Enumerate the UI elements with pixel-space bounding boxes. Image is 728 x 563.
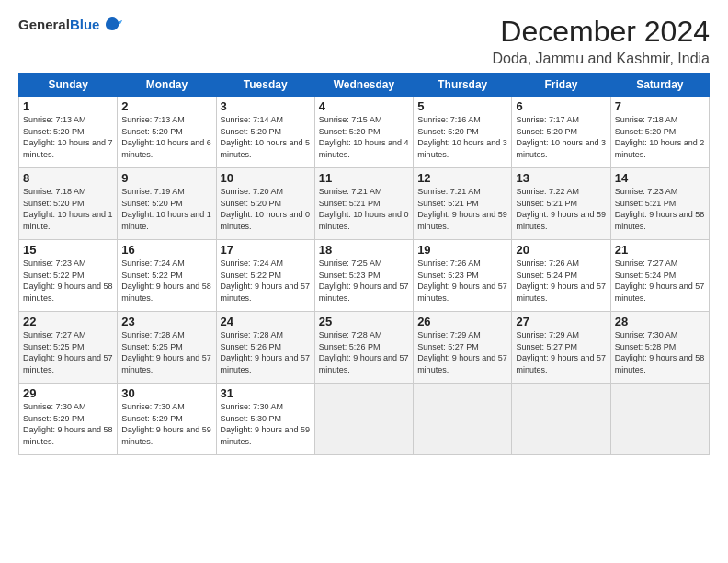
header: GeneralBlue December 2024 Doda, Jammu an…	[18, 15, 710, 67]
calendar-cell: 4 Sunrise: 7:15 AMSunset: 5:20 PMDayligh…	[314, 97, 413, 168]
calendar-header-row: Sunday Monday Tuesday Wednesday Thursday…	[19, 74, 710, 97]
day-number: 31	[221, 386, 311, 400]
col-saturday: Saturday	[610, 74, 709, 97]
title-block: December 2024 Doda, Jammu and Kashmir, I…	[492, 15, 710, 67]
cell-info: Sunrise: 7:25 AMSunset: 5:23 PMDaylight:…	[319, 259, 409, 303]
cell-info: Sunrise: 7:15 AMSunset: 5:20 PMDaylight:…	[319, 115, 409, 159]
day-number: 29	[23, 386, 113, 400]
calendar-cell: 29 Sunrise: 7:30 AMSunset: 5:29 PMDaylig…	[19, 384, 118, 455]
calendar-week-5: 29 Sunrise: 7:30 AMSunset: 5:29 PMDaylig…	[19, 384, 710, 455]
day-number: 23	[121, 315, 211, 328]
calendar-week-3: 15 Sunrise: 7:23 AMSunset: 5:22 PMDaylig…	[19, 240, 710, 312]
day-number: 4	[319, 99, 409, 113]
calendar-cell: 14 Sunrise: 7:23 AMSunset: 5:21 PMDaylig…	[610, 168, 709, 240]
cell-info: Sunrise: 7:28 AMSunset: 5:25 PMDaylight:…	[121, 330, 211, 374]
day-number: 27	[516, 315, 606, 328]
calendar-cell: 7 Sunrise: 7:18 AMSunset: 5:20 PMDayligh…	[610, 97, 709, 168]
cell-info: Sunrise: 7:28 AMSunset: 5:26 PMDaylight:…	[319, 330, 409, 374]
calendar-table: Sunday Monday Tuesday Wednesday Thursday…	[18, 73, 710, 455]
calendar-cell: 19 Sunrise: 7:26 AMSunset: 5:23 PMDaylig…	[414, 240, 512, 312]
calendar-cell: 15 Sunrise: 7:23 AMSunset: 5:22 PMDaylig…	[19, 240, 118, 312]
day-number: 1	[23, 99, 113, 113]
day-number: 26	[417, 315, 507, 328]
calendar-week-4: 22 Sunrise: 7:27 AMSunset: 5:25 PMDaylig…	[19, 312, 710, 384]
day-number: 12	[417, 171, 507, 185]
calendar-cell: 13 Sunrise: 7:22 AMSunset: 5:21 PMDaylig…	[512, 168, 610, 240]
calendar-cell: 27 Sunrise: 7:29 AMSunset: 5:27 PMDaylig…	[512, 312, 610, 384]
day-number: 21	[615, 243, 705, 257]
cell-info: Sunrise: 7:30 AMSunset: 5:29 PMDaylight:…	[23, 402, 113, 446]
col-thursday: Thursday	[414, 74, 512, 97]
calendar-cell: 8 Sunrise: 7:18 AMSunset: 5:20 PMDayligh…	[19, 168, 118, 240]
calendar-cell: 3 Sunrise: 7:14 AMSunset: 5:20 PMDayligh…	[216, 97, 314, 168]
calendar-week-2: 8 Sunrise: 7:18 AMSunset: 5:20 PMDayligh…	[19, 168, 710, 240]
calendar-cell: 18 Sunrise: 7:25 AMSunset: 5:23 PMDaylig…	[314, 240, 413, 312]
calendar-cell: 6 Sunrise: 7:17 AMSunset: 5:20 PMDayligh…	[512, 97, 610, 168]
calendar-cell: 2 Sunrise: 7:13 AMSunset: 5:20 PMDayligh…	[118, 97, 216, 168]
calendar-cell: 23 Sunrise: 7:28 AMSunset: 5:25 PMDaylig…	[118, 312, 216, 384]
day-number: 22	[23, 315, 113, 328]
cell-info: Sunrise: 7:26 AMSunset: 5:23 PMDaylight:…	[417, 259, 507, 303]
cell-info: Sunrise: 7:17 AMSunset: 5:20 PMDaylight:…	[516, 115, 606, 159]
cell-info: Sunrise: 7:30 AMSunset: 5:28 PMDaylight:…	[615, 330, 705, 374]
day-number: 5	[417, 99, 507, 113]
calendar-week-1: 1 Sunrise: 7:13 AMSunset: 5:20 PMDayligh…	[19, 97, 710, 168]
day-number: 25	[319, 315, 409, 328]
cell-info: Sunrise: 7:26 AMSunset: 5:24 PMDaylight:…	[516, 259, 606, 303]
cell-info: Sunrise: 7:23 AMSunset: 5:21 PMDaylight:…	[615, 187, 705, 231]
cell-info: Sunrise: 7:19 AMSunset: 5:20 PMDaylight:…	[121, 187, 211, 231]
cell-info: Sunrise: 7:27 AMSunset: 5:25 PMDaylight:…	[23, 330, 113, 374]
cell-info: Sunrise: 7:24 AMSunset: 5:22 PMDaylight:…	[221, 259, 311, 303]
day-number: 11	[319, 171, 409, 185]
logo: GeneralBlue	[18, 15, 122, 35]
cell-info: Sunrise: 7:21 AMSunset: 5:21 PMDaylight:…	[417, 187, 507, 231]
day-number: 15	[23, 243, 113, 257]
cell-info: Sunrise: 7:18 AMSunset: 5:20 PMDaylight:…	[23, 187, 113, 231]
calendar-cell: 28 Sunrise: 7:30 AMSunset: 5:28 PMDaylig…	[610, 312, 709, 384]
calendar-cell: 24 Sunrise: 7:28 AMSunset: 5:26 PMDaylig…	[216, 312, 314, 384]
logo-icon	[102, 15, 122, 35]
day-number: 10	[221, 171, 311, 185]
day-number: 18	[319, 243, 409, 257]
calendar-cell	[414, 384, 512, 455]
day-number: 24	[221, 315, 311, 328]
calendar-cell: 22 Sunrise: 7:27 AMSunset: 5:25 PMDaylig…	[19, 312, 118, 384]
day-number: 9	[121, 171, 211, 185]
logo-text: GeneralBlue	[18, 17, 99, 33]
day-number: 13	[516, 171, 606, 185]
cell-info: Sunrise: 7:14 AMSunset: 5:20 PMDaylight:…	[221, 115, 311, 159]
cell-info: Sunrise: 7:16 AMSunset: 5:20 PMDaylight:…	[417, 115, 507, 159]
cell-info: Sunrise: 7:29 AMSunset: 5:27 PMDaylight:…	[417, 330, 507, 374]
cell-info: Sunrise: 7:13 AMSunset: 5:20 PMDaylight:…	[121, 115, 211, 159]
day-number: 8	[23, 171, 113, 185]
calendar-cell	[512, 384, 610, 455]
cell-info: Sunrise: 7:13 AMSunset: 5:20 PMDaylight:…	[23, 115, 113, 159]
day-number: 16	[121, 243, 211, 257]
cell-info: Sunrise: 7:29 AMSunset: 5:27 PMDaylight:…	[516, 330, 606, 374]
col-wednesday: Wednesday	[314, 74, 413, 97]
calendar-cell: 21 Sunrise: 7:27 AMSunset: 5:24 PMDaylig…	[610, 240, 709, 312]
day-number: 20	[516, 243, 606, 257]
cell-info: Sunrise: 7:21 AMSunset: 5:21 PMDaylight:…	[319, 187, 409, 231]
cell-info: Sunrise: 7:28 AMSunset: 5:26 PMDaylight:…	[221, 330, 311, 374]
calendar-cell: 30 Sunrise: 7:30 AMSunset: 5:29 PMDaylig…	[118, 384, 216, 455]
day-number: 14	[615, 171, 705, 185]
calendar-cell: 1 Sunrise: 7:13 AMSunset: 5:20 PMDayligh…	[19, 97, 118, 168]
cell-info: Sunrise: 7:24 AMSunset: 5:22 PMDaylight:…	[121, 259, 211, 303]
calendar-cell: 31 Sunrise: 7:30 AMSunset: 5:30 PMDaylig…	[216, 384, 314, 455]
col-monday: Monday	[118, 74, 216, 97]
cell-info: Sunrise: 7:22 AMSunset: 5:21 PMDaylight:…	[516, 187, 606, 231]
calendar-cell	[314, 384, 413, 455]
main-title: December 2024	[492, 15, 710, 49]
cell-info: Sunrise: 7:30 AMSunset: 5:29 PMDaylight:…	[121, 402, 211, 446]
cell-info: Sunrise: 7:27 AMSunset: 5:24 PMDaylight:…	[615, 259, 705, 303]
day-number: 7	[615, 99, 705, 113]
calendar-cell: 25 Sunrise: 7:28 AMSunset: 5:26 PMDaylig…	[314, 312, 413, 384]
subtitle: Doda, Jammu and Kashmir, India	[492, 51, 710, 67]
calendar-cell	[610, 384, 709, 455]
calendar-cell: 10 Sunrise: 7:20 AMSunset: 5:20 PMDaylig…	[216, 168, 314, 240]
day-number: 30	[121, 386, 211, 400]
day-number: 17	[221, 243, 311, 257]
cell-info: Sunrise: 7:23 AMSunset: 5:22 PMDaylight:…	[23, 259, 113, 303]
page: GeneralBlue December 2024 Doda, Jammu an…	[0, 0, 728, 563]
